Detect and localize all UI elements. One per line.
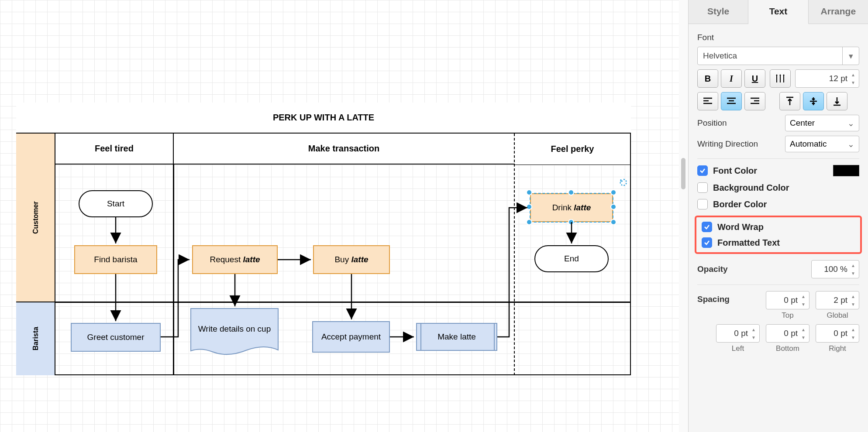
spacing-top-sub: Top xyxy=(782,311,793,320)
spacing-bottom-sub: Bottom xyxy=(776,344,799,353)
scrollbar-thumb[interactable] xyxy=(681,158,685,189)
opacity-input[interactable]: 100 % ▲▼ xyxy=(811,260,859,278)
formatted-text-label: Formatted Text xyxy=(717,238,780,248)
font-color-swatch[interactable] xyxy=(833,165,859,176)
writing-direction-select[interactable]: Automatic ⌄ xyxy=(785,136,859,152)
vertical-scrollbar[interactable] xyxy=(679,0,688,432)
opacity-value: 100 % xyxy=(816,264,847,274)
connector-layer xyxy=(0,0,679,432)
font-color-checkbox[interactable] xyxy=(697,165,708,176)
background-color-checkbox[interactable] xyxy=(697,182,708,193)
underline-button[interactable]: U xyxy=(744,69,765,88)
format-panel: Style Text Arrange Font Helvetica ▾ B I … xyxy=(688,0,868,432)
valign-middle-button[interactable] xyxy=(803,92,824,110)
tab-text[interactable]: Text xyxy=(748,0,808,24)
italic-button[interactable]: I xyxy=(721,69,742,88)
spacing-right-sub: Right xyxy=(829,344,846,353)
bold-button[interactable]: B xyxy=(697,69,718,88)
position-value: Center xyxy=(790,118,847,128)
align-left-button[interactable] xyxy=(697,92,718,110)
valign-top-button[interactable] xyxy=(779,92,800,110)
font-size-input[interactable]: 12 pt ▲▼ xyxy=(795,69,859,88)
spacing-bottom-input[interactable]: 0 pt ▲▼ xyxy=(766,324,809,343)
canvas[interactable]: PERK UP WITH A LATTE Customer Barista Fe… xyxy=(0,0,679,432)
tab-style[interactable]: Style xyxy=(689,0,748,24)
spacing-label: Spacing xyxy=(697,291,761,304)
opacity-stepper[interactable]: ▲▼ xyxy=(849,261,857,277)
word-wrap-checkbox[interactable] xyxy=(702,222,712,232)
word-wrap-label: Word Wrap xyxy=(717,222,764,232)
vertical-text-button[interactable] xyxy=(770,69,791,88)
chevron-down-icon: ⌄ xyxy=(847,139,854,149)
font-label: Font xyxy=(697,33,859,42)
spacing-left-sub: Left xyxy=(732,344,744,353)
writing-direction-value: Automatic xyxy=(790,139,847,149)
spacing-global-input[interactable]: 2 pt ▲▼ xyxy=(816,291,859,309)
spacing-global-sub: Global xyxy=(827,311,848,320)
border-color-checkbox[interactable] xyxy=(697,199,708,209)
opacity-label: Opacity xyxy=(697,264,807,274)
font-size-value: 12 pt xyxy=(800,74,847,83)
align-center-button[interactable] xyxy=(721,92,742,110)
font-family-value: Helvetica xyxy=(703,51,842,61)
border-color-label: Border Color xyxy=(713,199,767,209)
font-size-stepper[interactable]: ▲▼ xyxy=(849,71,857,86)
spacing-left-input[interactable]: 0 pt ▲▼ xyxy=(716,324,760,343)
valign-bottom-button[interactable] xyxy=(827,92,847,110)
tab-arrange[interactable]: Arrange xyxy=(809,0,868,24)
writing-direction-label: Writing Direction xyxy=(697,139,781,149)
panel-tabs: Style Text Arrange xyxy=(689,0,868,24)
position-select[interactable]: Center ⌄ xyxy=(785,115,859,131)
align-right-button[interactable] xyxy=(744,92,765,110)
font-color-label: Font Color xyxy=(713,166,757,176)
chevron-down-icon: ⌄ xyxy=(847,118,854,128)
chevron-down-icon: ▾ xyxy=(842,47,859,65)
formatted-text-checkbox[interactable] xyxy=(702,237,712,248)
highlighted-options: Word Wrap Formatted Text xyxy=(695,216,862,254)
position-label: Position xyxy=(697,118,781,128)
font-family-select[interactable]: Helvetica ▾ xyxy=(697,47,859,65)
background-color-label: Background Color xyxy=(713,183,789,193)
spacing-right-input[interactable]: 0 pt ▲▼ xyxy=(816,324,859,343)
spacing-top-input[interactable]: 0 pt ▲▼ xyxy=(766,291,809,309)
